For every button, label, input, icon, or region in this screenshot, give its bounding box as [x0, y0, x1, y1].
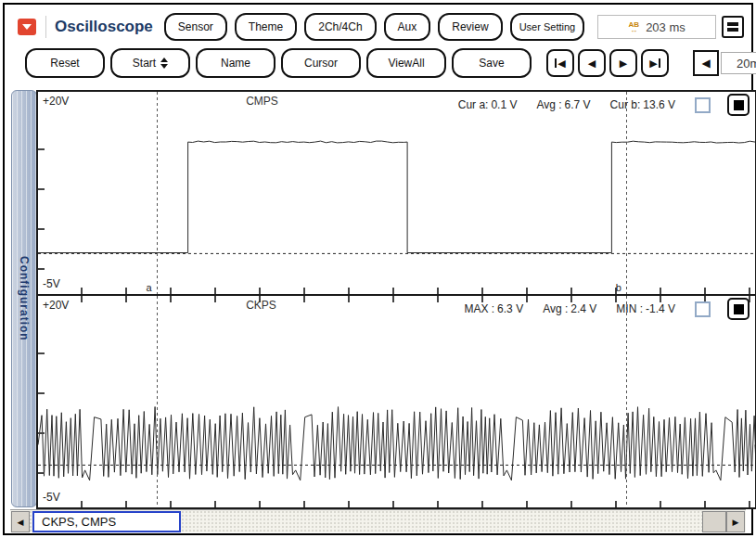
top-toolbar: Oscilloscope Sensor Theme 2Ch/4Ch Aux Re… [18, 10, 744, 44]
right-arrow-icon: ▶ [733, 518, 739, 527]
caret-down-icon [22, 24, 32, 30]
left-arrow-icon: ◀ [701, 57, 710, 70]
channel-color-button[interactable] [727, 298, 750, 320]
save-button[interactable]: Save [452, 48, 532, 78]
step-forward-button[interactable]: ▶ [609, 49, 637, 77]
left-arrow-icon: ◀ [18, 518, 24, 527]
meas-label: MIN : [616, 302, 643, 315]
cursor-b-label: b [616, 282, 621, 293]
action-button-group: Reset Start Name Cursor ViewAll Save [25, 48, 532, 78]
voltage-min-label: -5V [43, 277, 60, 290]
meas-value: 0.1 V [491, 98, 517, 111]
review-button[interactable]: Review [438, 13, 502, 41]
viewall-button[interactable]: ViewAll [366, 48, 446, 78]
meas-value: 6.7 V [565, 98, 591, 111]
app-frame: Oscilloscope Sensor Theme 2Ch/4Ch Aux Re… [3, 3, 753, 535]
cmps-waveform [38, 92, 755, 294]
bottom-scrollbar: ◀ CKPS, CMPS ▶ [10, 509, 746, 532]
configuration-tab-label: Configuration [18, 256, 31, 341]
start-button[interactable]: Start [110, 48, 190, 78]
active-channels-label: CKPS, CMPS [32, 511, 181, 532]
channel-name-label: CKPS [246, 299, 276, 312]
bar-icon [659, 58, 660, 68]
skip-first-button[interactable]: ◀ [546, 49, 574, 77]
ab-cursor-time-icon: AB ↔ [629, 22, 640, 32]
meas-value: 6.3 V [497, 302, 523, 315]
channel-mode-button[interactable]: 2Ch/4Ch [304, 13, 376, 41]
prev-arrow-icon: ◀ [557, 58, 565, 70]
ckps-waveform [38, 296, 755, 507]
name-button[interactable]: Name [196, 48, 275, 78]
divider [45, 16, 46, 38]
meas-value: 2.4 V [570, 302, 596, 315]
reset-button[interactable]: Reset [25, 48, 105, 78]
cursor-a-label: a [147, 282, 152, 293]
cursor-b-line[interactable] [626, 296, 627, 507]
list-menu-button[interactable] [722, 16, 744, 38]
menu-bar-icon [727, 28, 738, 32]
x-axis-ticks [38, 501, 755, 507]
y-axis-ticks [38, 110, 45, 294]
menu-bar-icon [727, 22, 738, 26]
theme-button[interactable]: Theme [235, 13, 297, 41]
channel-panel-cmps: +20V CMPS Cur a:0.1 V Avg :6.7 V Cur b:1… [36, 90, 756, 296]
sensor-button[interactable]: Sensor [164, 13, 227, 41]
cursor-b-line[interactable] [626, 92, 627, 294]
voltage-max-label: +20V [43, 299, 69, 312]
scrollbar-thumb[interactable] [702, 511, 726, 532]
timebase-decrease-button[interactable]: ◀ [693, 50, 719, 76]
ab-time-value: 203 ms [646, 20, 686, 34]
channel-color-swatch [734, 100, 744, 110]
cursor-a-line[interactable] [157, 296, 158, 507]
next-arrow-icon: ▶ [649, 58, 657, 70]
channel-color-button[interactable] [727, 94, 750, 116]
cursor-a-line[interactable] [157, 92, 158, 294]
channel-panel-ckps: +20V CKPS MAX :6.3 V Avg :2.4 V MIN :-1.… [36, 294, 756, 509]
aux-button[interactable]: Aux [384, 13, 431, 41]
bar-icon [555, 58, 557, 68]
prev-arrow-icon: ◀ [588, 58, 596, 70]
measurement-row: Cur a:0.1 V Avg :6.7 V Cur b:13.6 V [458, 94, 750, 116]
meas-label: MAX : [464, 302, 494, 315]
channel-color-swatch [734, 304, 744, 314]
next-arrow-icon: ▶ [620, 58, 627, 70]
channel-name-label: CMPS [246, 95, 278, 108]
timebase-control: ◀ 20ms ▶ [693, 50, 756, 76]
y-axis-ticks [38, 314, 45, 507]
measurement-row: MAX :6.3 V Avg :2.4 V MIN :-1.4 V [464, 298, 750, 320]
channel-visibility-checkbox[interactable] [695, 97, 711, 113]
timebase-value: 20ms [721, 52, 756, 74]
scroll-right-button[interactable]: ▶ [726, 511, 745, 532]
meas-value: 13.6 V [643, 98, 675, 111]
meas-value: -1.4 V [646, 302, 675, 315]
scroll-left-button[interactable]: ◀ [11, 511, 30, 532]
app-menu-button[interactable] [18, 19, 36, 35]
user-setting-button[interactable]: User Setting [510, 13, 585, 41]
main-toolbar: Reset Start Name Cursor ViewAll Save ◀ ◀… [25, 47, 744, 79]
cursor-button[interactable]: Cursor [281, 48, 361, 78]
ab-time-display: AB ↔ 203 ms [597, 15, 716, 39]
meas-label: Avg : [536, 98, 561, 111]
start-spinner-icon [160, 58, 168, 69]
skip-last-button[interactable]: ▶ [641, 49, 669, 77]
playback-group: ◀ ◀ ▶ ▶ [546, 49, 669, 77]
configuration-tab[interactable]: Configuration [11, 90, 37, 507]
app-title: Oscilloscope [55, 18, 153, 36]
top-button-group: Sensor Theme 2Ch/4Ch Aux Review User Set… [164, 13, 584, 41]
voltage-min-label: -5V [43, 491, 60, 504]
meas-label: Cur a: [458, 98, 489, 111]
step-back-button[interactable]: ◀ [578, 49, 606, 77]
meas-label: Avg : [543, 302, 568, 315]
channel-visibility-checkbox[interactable] [695, 301, 711, 317]
voltage-max-label: +20V [43, 95, 69, 108]
oscilloscope-app: Oscilloscope Sensor Theme 2Ch/4Ch Aux Re… [0, 0, 756, 538]
